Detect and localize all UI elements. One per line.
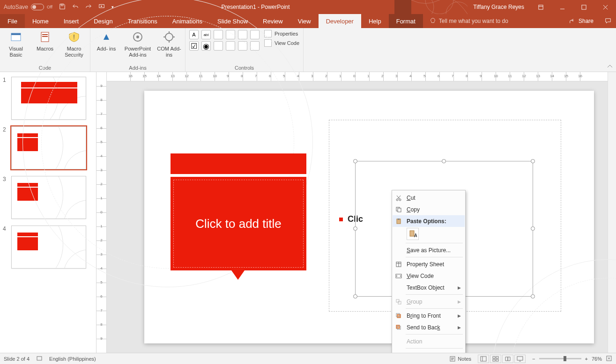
spell-check-icon[interactable] (36, 355, 43, 363)
svg-rect-19 (398, 208, 401, 212)
copy-icon (394, 206, 403, 213)
share-button[interactable]: Share (563, 14, 600, 28)
zoom-in-icon[interactable]: + (585, 356, 588, 362)
svg-rect-39 (517, 357, 523, 360)
redo-icon[interactable] (85, 3, 92, 11)
group-icon (394, 298, 403, 305)
svg-rect-0 (61, 4, 63, 6)
save-icon[interactable] (59, 3, 66, 11)
tab-help[interactable]: Help (361, 14, 389, 28)
title-placeholder[interactable]: Click to add title (171, 153, 306, 280)
zoom-out-icon[interactable]: − (532, 356, 535, 362)
tab-developer[interactable]: Developer (319, 14, 361, 28)
svg-rect-34 (481, 357, 486, 361)
minimize-icon[interactable] (551, 0, 573, 14)
ribbon-display-options-icon[interactable] (530, 0, 551, 14)
contextual-tab-label (394, 0, 411, 14)
svg-rect-8 (11, 33, 21, 35)
ctx-property-sheet[interactable]: Property Sheet (393, 258, 465, 270)
status-bar: Slide 2 of 4 English (Philippines) Notes… (0, 353, 616, 364)
collapse-ribbon-icon[interactable] (607, 63, 613, 70)
ctx-copy[interactable]: Copy (393, 204, 465, 215)
comments-button[interactable] (600, 14, 616, 28)
svg-rect-35 (493, 357, 495, 358)
ctx-textbox-object[interactable]: TextBox Object▶ (393, 282, 465, 293)
tab-home[interactable]: Home (25, 14, 56, 28)
properties-button[interactable]: Properties (264, 30, 299, 37)
ctx-paste-options: Paste Options: (393, 215, 465, 227)
bullet-icon (339, 218, 343, 221)
ctx-paste-option-buttons: A (393, 227, 465, 242)
title-bar: AutoSave Off ▾ Presentation1 - PowerPoin… (0, 0, 616, 14)
ctx-save-as-picture[interactable]: Save as Picture... (393, 244, 465, 256)
svg-point-16 (396, 199, 398, 201)
svg-rect-30 (396, 325, 400, 328)
svg-point-17 (399, 199, 401, 201)
svg-rect-28 (397, 314, 401, 318)
normal-view-icon[interactable] (478, 355, 489, 363)
svg-text:A: A (414, 233, 417, 238)
context-menu: Cut Copy Paste Options: A Save as Pictur… (392, 190, 466, 363)
view-buttons (478, 355, 526, 363)
share-label: Share (579, 18, 594, 24)
tab-view[interactable]: View (290, 14, 319, 28)
language-indicator[interactable]: English (Philippines) (49, 356, 96, 362)
macros-button[interactable]: Macros (33, 30, 57, 52)
maximize-icon[interactable] (573, 0, 594, 14)
zoom-slider[interactable] (539, 358, 581, 359)
ctx-group: Group▶ (393, 296, 465, 307)
svg-rect-38 (496, 359, 498, 361)
svg-rect-10 (42, 34, 48, 35)
ctx-send-to-back[interactable]: Send to Back▶ (393, 321, 465, 333)
paste-keep-text-icon[interactable]: A (407, 228, 419, 240)
workspace: 1 2 3 4 9876543210123456789 161514131211… (0, 72, 616, 353)
user-name[interactable]: Tiffany Grace Reyes (468, 4, 530, 10)
svg-rect-11 (42, 36, 48, 37)
ctx-view-code[interactable]: View Code (393, 270, 465, 282)
svg-rect-37 (493, 359, 495, 361)
autosave-toggle[interactable]: AutoSave Off (0, 4, 56, 10)
ctx-bring-to-front[interactable]: Bring to Front▶ (393, 310, 465, 321)
slide[interactable]: Click to add title Clic (144, 91, 594, 343)
svg-rect-21 (398, 218, 400, 220)
title-decor (411, 0, 468, 14)
svg-rect-36 (496, 357, 498, 358)
send-back-icon (394, 324, 403, 331)
paste-icon (394, 218, 403, 225)
tab-file[interactable]: File (0, 14, 25, 28)
ctx-cut[interactable]: Cut (393, 192, 465, 204)
zoom-value[interactable]: 76% (592, 356, 602, 362)
fit-to-window-icon[interactable] (606, 355, 612, 363)
tab-review[interactable]: Review (255, 14, 290, 28)
ctx-action: Action (393, 335, 465, 347)
start-from-beginning-icon[interactable] (98, 3, 105, 11)
svg-rect-5 (538, 5, 542, 9)
svg-point-3 (425, 0, 453, 14)
visual-basic-button[interactable]: Visual Basic (4, 30, 28, 58)
reading-view-icon[interactable] (502, 355, 513, 363)
slide-counter[interactable]: Slide 2 of 4 (4, 356, 30, 362)
autosave-label: AutoSave (4, 4, 28, 10)
property-sheet-icon (394, 261, 403, 268)
slide-canvas-area[interactable]: 1615141312111098765432101234567891011121… (107, 72, 608, 353)
tell-me-label: Tell me what you want to do (439, 18, 508, 24)
share-icon (569, 18, 576, 24)
bring-front-icon (394, 313, 403, 319)
slideshow-view-icon[interactable] (514, 355, 526, 363)
view-code-icon (394, 273, 403, 279)
notes-button[interactable]: Notes (449, 356, 471, 362)
svg-rect-6 (581, 5, 586, 9)
svg-rect-32 (37, 357, 42, 360)
tell-me-search[interactable]: Tell me what you want to do (423, 14, 563, 28)
svg-rect-27 (398, 301, 401, 304)
svg-rect-26 (396, 299, 399, 302)
svg-point-4 (446, 2, 468, 14)
undo-icon[interactable] (72, 3, 79, 11)
sorter-view-icon[interactable] (490, 355, 501, 363)
zoom-control[interactable]: − + 76% (532, 355, 612, 363)
tab-format[interactable]: Format (389, 14, 423, 28)
lightbulb-icon (430, 18, 436, 24)
autosave-state: Off (47, 5, 52, 9)
close-icon[interactable] (594, 0, 616, 14)
cut-icon (394, 195, 403, 201)
